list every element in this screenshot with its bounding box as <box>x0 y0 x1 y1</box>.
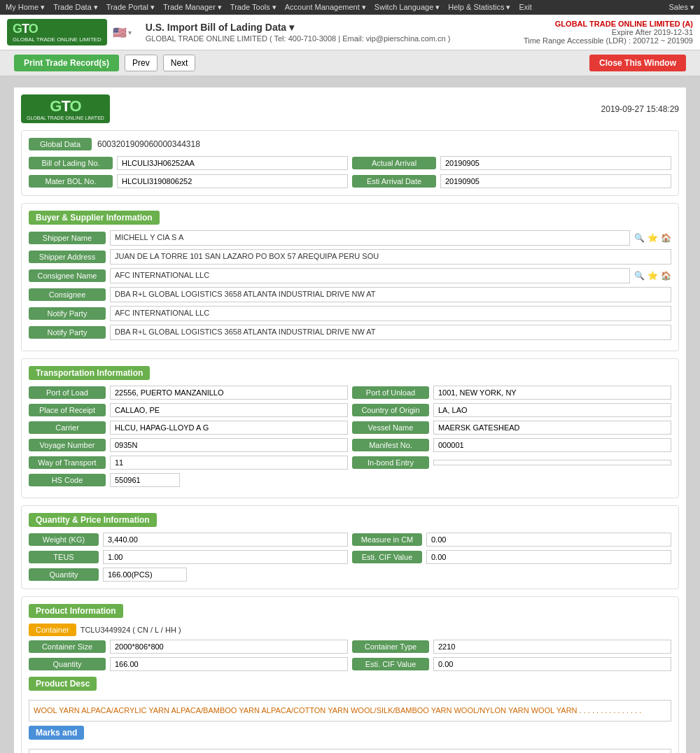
nav-account-management[interactable]: Account Management ▾ <box>285 3 366 12</box>
transport-section: Transportation Information Port of Load … <box>21 358 679 498</box>
way-inbond-row: Way of Transport 11 In-bond Entry <box>29 456 671 470</box>
container-size-value: 2000*806*800 <box>110 640 348 654</box>
shipper-name-label: Shipper Name <box>29 232 106 244</box>
doc-logo-subtitle: GLOBAL TRADE ONLINE LIMITED <box>27 115 104 120</box>
hs-code-value: 550961 <box>110 473 180 487</box>
nav-switch-language[interactable]: Switch Language ▾ <box>374 3 440 12</box>
consignee-search-icon[interactable]: 🔍 <box>634 271 645 281</box>
quantity-row: Quantity 166.00(PCS) <box>29 568 671 582</box>
way-transport-label: Way of Transport <box>29 456 106 469</box>
bol-value: HLCULI3JH06252AA <box>117 156 348 170</box>
measure-label: Measure in CM <box>352 533 422 546</box>
nav-trade-tools[interactable]: Trade Tools ▾ <box>230 3 276 12</box>
notify-party-value2: DBA R+L GLOBAL LOGISTICS 3658 ATLANTA IN… <box>110 325 671 340</box>
carrier-vessel-row: Carrier HLCU, HAPAG-LLOYD A G Vessel Nam… <box>29 421 671 435</box>
close-button-top[interactable]: Close This Window <box>589 55 686 71</box>
buyer-supplier-header: Buyer & Supplier Information <box>29 211 160 225</box>
marks-header: Marks and <box>29 726 84 740</box>
product-qty-cif-row: Quantity 166.00 Esti. CIF Value 0.00 <box>29 657 671 671</box>
product-desc-value: WOOL YARN ALPACA/ACRYLIC YARN ALPACA/BAM… <box>29 700 671 722</box>
top-navigation: My Home ▾ Trade Data ▾ Trade Portal ▾ Tr… <box>0 0 700 15</box>
voyage-label: Voyage Number <box>29 439 106 451</box>
shipper-address-label: Shipper Address <box>29 251 106 263</box>
consignee-name-row: Consignee Name AFC INTERNATIONAL LLC 🔍 ⭐… <box>29 268 671 283</box>
print-button-top[interactable]: Print Trade Record(s) <box>14 55 119 71</box>
manifest-label: Manifest No. <box>352 439 429 451</box>
shipper-star-icon[interactable]: ⭐ <box>648 233 658 243</box>
master-bol-row: Mater BOL No. HLCULI3190806252 Esti Arri… <box>29 174 671 188</box>
container-type-label: Container Type <box>352 640 429 653</box>
product-section: Product Information Container TCLU344992… <box>21 596 679 753</box>
next-button-top[interactable]: Next <box>163 55 196 71</box>
voyage-manifest-row: Voyage Number 0935N Manifest No. 000001 <box>29 438 671 452</box>
marks-value: C.119123-D- ELIZABETH 1132788/1132817 C.… <box>29 749 671 754</box>
consignee-name-value: AFC INTERNATIONAL LLC <box>110 268 630 283</box>
actual-arrival-value: 20190905 <box>440 156 671 170</box>
product-esti-cif-label: Esti. CIF Value <box>352 658 429 670</box>
shipper-name-value: MICHELL Y CIA S A <box>110 230 630 246</box>
doc-logo: GTO GLOBAL TRADE ONLINE LIMITED <box>21 94 110 123</box>
voyage-value: 0935N <box>110 438 348 452</box>
header-title: U.S. Import Bill of Lading Data ▾ <box>146 22 524 33</box>
vessel-value: MAERSK GATESHEAD <box>433 421 671 435</box>
header-bar: GTO GLOBAL TRADE ONLINE LIMITED 🇺🇸 ▾ U.S… <box>0 15 700 50</box>
place-country-row: Place of Receipt CALLAO, PE Country of O… <box>29 403 671 417</box>
manifest-value: 000001 <box>433 438 671 452</box>
doc-logo-box: GTO GLOBAL TRADE ONLINE LIMITED <box>21 94 110 123</box>
flag-dropdown[interactable]: 🇺🇸 ▾ <box>113 26 132 39</box>
us-flag-icon: 🇺🇸 <box>113 26 127 39</box>
action-bar-top: Print Trade Record(s) Prev Next Close Th… <box>0 50 700 76</box>
global-data-section: Global Data 6003201909060000344318 Bill … <box>21 130 679 196</box>
container-type-value: 2210 <box>433 640 671 654</box>
teus-label: TEUS <box>29 551 99 563</box>
transport-header: Transportation Information <box>29 366 150 380</box>
nav-sales[interactable]: Sales ▾ <box>668 3 694 12</box>
hs-code-label: HS Code <box>29 474 106 486</box>
main-content: GTO GLOBAL TRADE ONLINE LIMITED 2019-09-… <box>14 87 686 753</box>
qty-price-header: Quantity & Price Information <box>29 513 157 527</box>
expire-info: Expire After 2019-12-31 <box>524 28 693 36</box>
measure-value: 0.00 <box>426 533 671 547</box>
prev-button-top[interactable]: Prev <box>125 55 158 71</box>
consignee-row: Consignee DBA R+L GLOBAL LOGISTICS 3658 … <box>29 287 671 302</box>
nav-exit[interactable]: Exit <box>519 3 531 12</box>
logo-box: GTO GLOBAL TRADE ONLINE LIMITED <box>7 19 107 45</box>
product-desc-header: Product Desc <box>29 677 97 691</box>
shipper-home-icon[interactable]: 🏠 <box>661 233 671 243</box>
esti-arrival-value: 20190905 <box>440 174 671 188</box>
place-receipt-value: CALLAO, PE <box>110 403 348 417</box>
logo-subtitle: GLOBAL TRADE ONLINE LIMITED <box>13 36 102 43</box>
notify-party-label2: Notify Party <box>29 326 106 339</box>
consignee-star-icon[interactable]: ⭐ <box>648 271 658 281</box>
hs-code-row: HS Code 550961 <box>29 473 671 487</box>
inbond-label: In-bond Entry <box>352 456 429 469</box>
logo-text: GTO <box>13 22 102 36</box>
nav-help[interactable]: Help & Statistics ▾ <box>448 3 510 12</box>
weight-value: 3,440.00 <box>103 533 348 547</box>
consignee-home-icon[interactable]: 🏠 <box>661 271 671 281</box>
shipper-search-icon[interactable]: 🔍 <box>634 233 645 243</box>
nav-trade-portal[interactable]: Trade Portal ▾ <box>106 3 155 12</box>
nav-trade-data[interactable]: Trade Data ▾ <box>53 3 98 12</box>
port-unload-label: Port of Unload <box>352 386 429 399</box>
flag-dropdown-arrow: ▾ <box>128 29 132 36</box>
port-row: Port of Load 22556, PUERTO MANZANILLO Po… <box>29 386 671 400</box>
bol-row: Bill of Lading No. HLCULI3JH06252AA Actu… <box>29 156 671 170</box>
quantity-value: 166.00(PCS) <box>103 568 187 582</box>
inbond-value <box>433 460 671 465</box>
doc-timestamp: 2019-09-27 15:48:29 <box>601 104 679 114</box>
consignee-name-label: Consignee Name <box>29 269 106 282</box>
master-bol-value: HLCULI3190806252 <box>117 174 348 188</box>
header-center: U.S. Import Bill of Lading Data ▾ GLOBAL… <box>146 22 524 43</box>
container-size-label: Container Size <box>29 640 106 653</box>
nav-trade-manager[interactable]: Trade Manager ▾ <box>163 3 222 12</box>
shipper-name-row: Shipper Name MICHELL Y CIA S A 🔍 ⭐ 🏠 <box>29 230 671 246</box>
nav-my-home[interactable]: My Home ▾ <box>6 3 45 12</box>
nav-links: My Home ▾ Trade Data ▾ Trade Portal ▾ Tr… <box>6 3 532 12</box>
port-unload-value: 1001, NEW YORK, NY <box>433 386 671 400</box>
container-row: Container TCLU3449924 ( CN / L / HH ) <box>29 624 671 636</box>
product-esti-cif-value: 0.00 <box>433 657 671 671</box>
bol-label: Bill of Lading No. <box>29 157 113 169</box>
carrier-label: Carrier <box>29 421 106 434</box>
shipper-address-value: JUAN DE LA TORRE 101 SAN LAZARO PO BOX 5… <box>110 249 671 265</box>
